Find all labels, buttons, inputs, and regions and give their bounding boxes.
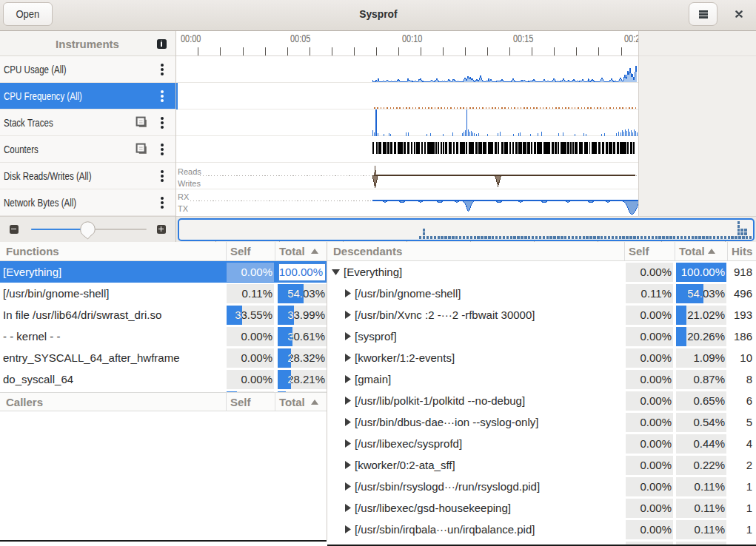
svg-text:RX: RX xyxy=(178,192,190,201)
svg-text:Reads: Reads xyxy=(178,167,201,176)
svg-text:Writes: Writes xyxy=(178,179,201,188)
svg-text:TX: TX xyxy=(178,204,189,213)
